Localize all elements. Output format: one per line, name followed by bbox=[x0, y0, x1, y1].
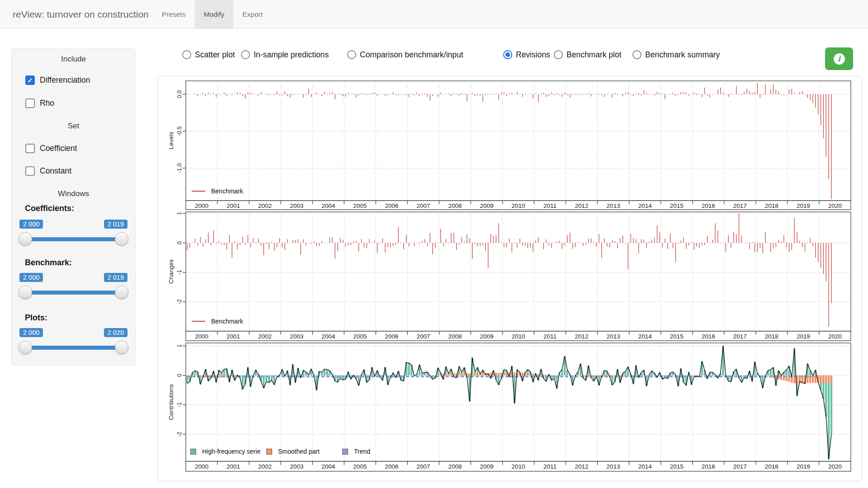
checkbox-rho[interactable]: Rho bbox=[25, 98, 54, 108]
radio-circle[interactable] bbox=[347, 50, 356, 59]
slider-handle-left[interactable] bbox=[19, 232, 32, 246]
legend-item: High-frequency serie bbox=[190, 448, 266, 455]
x-year-label: 2007 bbox=[416, 202, 430, 209]
radio-circle[interactable] bbox=[554, 50, 563, 59]
x-year-label: 2006 bbox=[385, 333, 398, 340]
slider-track[interactable] bbox=[24, 291, 123, 295]
x-year-label: 2003 bbox=[290, 333, 303, 340]
slider-coefficients[interactable]: 2 000 2 019 bbox=[19, 220, 127, 248]
checkbox-constant[interactable]: Constant bbox=[25, 165, 71, 176]
x-year-label: 2009 bbox=[480, 463, 493, 470]
radio-label: Comparison benchmark/input bbox=[360, 50, 463, 60]
checkbox-coefficient[interactable]: Coefficient bbox=[25, 143, 77, 154]
x-year-label: 2013 bbox=[607, 333, 620, 340]
x-year-label: 2012 bbox=[575, 333, 589, 340]
contributions-legend: High-frequency serieSmoothed partTrend bbox=[190, 448, 418, 455]
radio-benchmark-summary[interactable]: Benchmark summary bbox=[632, 49, 720, 61]
x-year-label: 2007 bbox=[416, 333, 430, 340]
x-year-label: 2016 bbox=[702, 333, 715, 340]
slider-plots[interactable]: 2 000 2 020 bbox=[19, 328, 127, 356]
slider-handle-right[interactable] bbox=[115, 341, 128, 354]
x-year-label: 2010 bbox=[511, 333, 525, 340]
radio-dot bbox=[505, 52, 510, 57]
radio-revisions[interactable]: Revisions bbox=[503, 49, 550, 61]
x-year-label: 2000 bbox=[195, 463, 208, 470]
checkbox-label: Coefficient bbox=[40, 144, 77, 153]
radio-benchmark-plot[interactable]: Benchmark plot bbox=[554, 49, 622, 61]
tab-modify[interactable]: Modify bbox=[195, 0, 234, 28]
checkbox-box[interactable]: ✓ bbox=[25, 75, 35, 85]
radio-label: Scatter plot bbox=[195, 50, 235, 60]
radio-scatter-plot[interactable]: Scatter plot bbox=[182, 49, 235, 61]
x-year-label: 2017 bbox=[733, 202, 747, 209]
legend-label: High-frequency serie bbox=[202, 448, 260, 455]
legend-item: Trend bbox=[342, 448, 418, 455]
checkbox-label: Rho bbox=[40, 99, 54, 108]
y-tick-label: -1.0 bbox=[176, 163, 183, 173]
tab-presets[interactable]: Presets bbox=[153, 0, 195, 28]
x-year-label: 2007 bbox=[416, 463, 430, 470]
checkbox-differenciation[interactable]: ✓ Differenciation bbox=[25, 75, 90, 85]
x-year-label: 2001 bbox=[226, 333, 240, 340]
x-year-label: 2016 bbox=[702, 463, 715, 470]
x-year-label: 2005 bbox=[353, 202, 367, 209]
x-year-label: 2005 bbox=[353, 333, 367, 340]
legend-label: Benchmark bbox=[211, 318, 243, 325]
x-year-label: 2010 bbox=[511, 463, 525, 470]
x-year-label: 2008 bbox=[448, 463, 462, 470]
x-year-label: 2015 bbox=[670, 333, 684, 340]
y-tick-label: -2 bbox=[176, 432, 183, 436]
x-year-label: 2014 bbox=[638, 333, 652, 340]
changes-legend: Benchmark bbox=[192, 318, 243, 325]
x-year-label: 2004 bbox=[321, 202, 335, 209]
y-tick-label: 0 bbox=[176, 241, 183, 244]
checkbox-box[interactable] bbox=[25, 144, 35, 153]
slider-to-value: 2 019 bbox=[104, 220, 127, 229]
levels-legend: Benchmark bbox=[192, 188, 243, 195]
legend-label: Trend bbox=[354, 448, 370, 455]
slider-from-value: 2 000 bbox=[19, 328, 43, 337]
info-glyph: i bbox=[838, 55, 840, 63]
radio-label: In-sample predictions bbox=[254, 50, 329, 60]
coefficients-slider-label: Coefficients: bbox=[25, 204, 74, 213]
slider-handle-right[interactable] bbox=[115, 286, 128, 299]
y-tick-label: 1 bbox=[176, 344, 183, 347]
radio-circle[interactable] bbox=[182, 50, 191, 59]
slider-benchmark[interactable]: 2 000 2 019 bbox=[19, 273, 127, 301]
legend-item: Smoothed part bbox=[266, 448, 342, 455]
x-year-label: 2019 bbox=[797, 463, 810, 470]
x-year-label: 2003 bbox=[290, 463, 303, 470]
checkbox-box[interactable] bbox=[25, 99, 35, 108]
radio-circle[interactable] bbox=[503, 50, 512, 59]
x-year-label: 2013 bbox=[607, 463, 620, 470]
info-button[interactable]: i bbox=[825, 47, 853, 70]
radio-in-sample-predictions[interactable]: In-sample predictions bbox=[241, 49, 329, 61]
checkbox-box[interactable] bbox=[25, 166, 35, 176]
windows-heading: Windows bbox=[12, 189, 135, 198]
x-year-label: 2011 bbox=[543, 333, 557, 340]
slider-handle-right[interactable] bbox=[115, 232, 128, 246]
radio-comparison-benchmark-input[interactable]: Comparison benchmark/input bbox=[347, 49, 463, 61]
slider-handle-left[interactable] bbox=[19, 341, 32, 354]
radio-circle[interactable] bbox=[241, 50, 250, 59]
x-year-label: 2005 bbox=[353, 463, 367, 470]
slider-to-value: 2 020 bbox=[104, 328, 127, 337]
nav-tabs: Presets Modify Export bbox=[153, 0, 272, 28]
x-year-label: 2003 bbox=[290, 202, 303, 209]
x-year-label: 2006 bbox=[385, 202, 398, 209]
contributions-axis-label: Contributions bbox=[168, 384, 175, 420]
radio-circle[interactable] bbox=[632, 50, 642, 59]
app-title: reView: turnover on construction bbox=[13, 0, 149, 28]
slider-to-value: 2 019 bbox=[104, 273, 127, 282]
slider-handle-left[interactable] bbox=[19, 286, 32, 299]
x-year-label: 2002 bbox=[258, 463, 272, 470]
radio-label: Benchmark summary bbox=[645, 50, 720, 60]
legend-line-swatch bbox=[192, 191, 205, 192]
legend-item: Benchmark bbox=[192, 318, 243, 325]
chart-card: 0.0-0.5-1.020002001200220032004200520062… bbox=[157, 76, 862, 481]
slider-track[interactable] bbox=[24, 237, 123, 241]
slider-track[interactable] bbox=[24, 346, 123, 350]
x-year-label: 2000 bbox=[195, 202, 208, 209]
x-year-label: 2015 bbox=[670, 463, 684, 470]
tab-export[interactable]: Export bbox=[233, 0, 272, 28]
